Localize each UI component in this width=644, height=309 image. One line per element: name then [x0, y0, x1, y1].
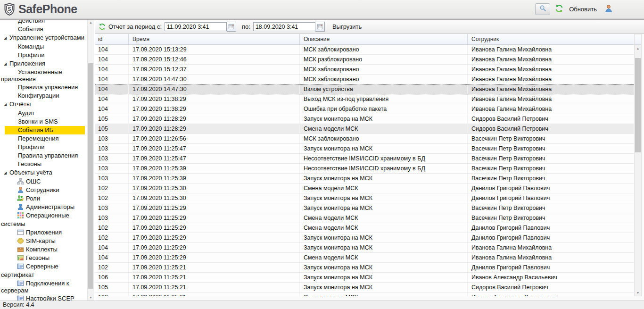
table-row[interactable]: 10217.09.2020 11:25:30Смена модели МСКДа… [95, 184, 634, 193]
sidebar-item-label: Подключения к серверам [1, 280, 69, 294]
table-row[interactable]: 10217.09.2020 11:25:30Запуск монитора на… [95, 193, 634, 203]
sidebar-item[interactable]: ОШС [0, 177, 86, 186]
column-header-description[interactable]: Описание [300, 34, 468, 44]
table-row[interactable]: 10317.09.2020 11:25:29Запуск монитора на… [95, 203, 634, 213]
refresh-report-icon[interactable] [99, 23, 106, 30]
sidebar-item[interactable]: Роли [0, 194, 86, 203]
sidebar-item[interactable]: Профили [0, 51, 86, 59]
table-row[interactable]: 10417.09.2020 14:47:30Взлом устройстваИв… [95, 84, 634, 94]
sidebar-item[interactable]: Серверные сертификат [0, 262, 86, 279]
sidebar-item[interactable]: Установленные приложения [0, 68, 86, 83]
cell-desc: Смена модели МСК [300, 223, 468, 233]
cell-emp: Иванова Галина Михайловна [468, 75, 634, 84]
cell-emp: Иванова Галина Михайловна [468, 253, 634, 262]
refresh-icon[interactable] [555, 4, 563, 15]
table-row[interactable]: 10317.09.2020 11:26:56МСК заблокированоВ… [95, 134, 634, 144]
sidebar-item[interactable]: Геозоны [0, 254, 86, 262]
certificate-icon [17, 295, 24, 301]
sidebar-item[interactable]: ◢Управление устройствами [0, 33, 86, 42]
sidebar-item[interactable]: Перемещения [0, 134, 86, 143]
table-row[interactable]: 10317.09.2020 11:25:39Несоответствие IMS… [95, 164, 634, 174]
cell-emp: Данилов Григорий Павлович [468, 223, 634, 233]
table-row[interactable]: 10617.09.2020 11:25:21Запуск монитора на… [95, 273, 634, 283]
cell-desc: Запуск монитора на МСК [300, 283, 468, 292]
scroll-down-icon[interactable]: ▼ [635, 290, 641, 296]
expand-triangle-icon[interactable]: ◢ [4, 169, 9, 177]
scroll-down-icon[interactable]: ▼ [88, 295, 94, 301]
sim-icon [17, 237, 24, 244]
sidebar-item[interactable]: Администраторы [0, 203, 86, 211]
table-row[interactable]: 10217.09.2020 11:25:29Запуск монитора на… [95, 233, 634, 243]
table-row[interactable]: 10417.09.2020 11:38:29Выход МСК из-под у… [95, 94, 634, 104]
column-header-employee[interactable]: Сотрудник [468, 34, 634, 44]
sidebar-item-label: Приложения [9, 60, 45, 67]
sidebar-item-selected[interactable]: События ИБ [5, 126, 85, 134]
refresh-button[interactable]: Обновить [569, 6, 597, 13]
expand-triangle-icon[interactable]: ◢ [4, 60, 9, 68]
table-row[interactable]: 10517.09.2020 11:28:29Запуск монитора на… [95, 114, 634, 124]
sidebar-item[interactable]: Профили [0, 143, 86, 151]
sidebar-scrollbar-thumb[interactable] [88, 63, 93, 289]
scroll-up-icon[interactable]: ▲ [88, 20, 94, 25]
table-row[interactable]: 10317.09.2020 11:25:47Запуск монитора на… [95, 144, 634, 154]
calendar-to-button[interactable] [315, 22, 325, 32]
sidebar-item[interactable]: Действия [0, 20, 86, 25]
sidebar-item[interactable]: Сотрудники [0, 186, 86, 194]
expand-triangle-icon[interactable]: ◢ [4, 100, 9, 109]
table-row[interactable]: 10517.09.2020 11:28:29Смена модели МСКСи… [95, 124, 634, 134]
cell-desc: Смена модели МСК [300, 184, 468, 193]
sidebar-item[interactable]: Приложения [0, 228, 86, 237]
sidebar-item-label: Перемещения [18, 135, 58, 142]
column-header-time[interactable]: Время [129, 34, 300, 44]
sidebar-item[interactable]: Правила управления [0, 83, 86, 92]
table-row[interactable]: 10217.09.2020 11:25:21Запуск монитора на… [95, 263, 634, 273]
sidebar-item[interactable]: Конфигурации [0, 92, 86, 100]
sidebar-item[interactable]: ◢Приложения [0, 59, 86, 68]
table-row[interactable]: 10317.09.2020 11:25:39Запуск монитора на… [95, 174, 634, 184]
sidebar-item[interactable]: SIM-карты [0, 237, 86, 245]
table-row[interactable]: 10417.09.2020 15:12:37МСК заблокированоИ… [95, 65, 634, 75]
user-profile-icon[interactable] [604, 4, 613, 15]
table-row[interactable]: 10417.09.2020 11:25:29Смена модели МСКИв… [95, 253, 634, 263]
version-label: Версия: 4.4 [3, 301, 34, 308]
date-from-input[interactable] [165, 22, 227, 31]
calendar-from-button[interactable] [227, 22, 236, 32]
table-row[interactable]: 10417.09.2020 14:47:30МСК заблокированоИ… [95, 75, 634, 84]
sidebar-item[interactable]: Подключения к серверам [0, 279, 86, 294]
sidebar-item[interactable]: ◢Объекты учёта [0, 168, 86, 177]
table-row[interactable]: 10317.09.2020 11:25:29Смена модели МСКВа… [95, 213, 634, 223]
column-header-id[interactable]: id [95, 34, 129, 44]
table-row[interactable]: 10217.09.2020 11:25:29Смена модели МСКДа… [95, 223, 634, 233]
table-row[interactable]: 10517.09.2020 11:25:21Запуск монитора на… [95, 283, 634, 292]
table-row[interactable]: 10317.09.2020 11:25:47Несоответствие IMS… [95, 154, 634, 164]
sidebar-item[interactable]: ◢Отчёты [0, 100, 86, 109]
sidebar-scrollbar[interactable]: ▲ ▼ [87, 20, 94, 301]
sidebar-item[interactable]: Геозоны [0, 160, 86, 168]
sidebar-item[interactable]: Команды [0, 42, 86, 51]
table-row[interactable]: 10417.09.2020 15:12:46МСК разблокировано… [95, 55, 634, 65]
cell-emp: Сидоров Василий Петрович [468, 114, 634, 124]
table-row[interactable]: 10317.09.2020 11:25:21Смена модели МСКИв… [95, 292, 634, 296]
export-button[interactable]: Выгрузить [332, 23, 362, 30]
sidebar-item[interactable]: Комплекты [0, 245, 86, 254]
sidebar-item[interactable]: Аудит [0, 109, 86, 117]
sidebar-item[interactable]: Правила управления [0, 151, 86, 160]
table-row[interactable]: 10417.09.2020 11:25:29Запуск монитора на… [95, 243, 634, 253]
expand-triangle-icon[interactable]: ◢ [4, 34, 9, 42]
cell-emp: Иванов Александр Васильевич [468, 273, 634, 282]
cell-time: 17.09.2020 11:25:29 [129, 253, 300, 262]
date-to-input[interactable] [253, 22, 315, 31]
sidebar-item[interactable]: Настройки SCEP [0, 294, 86, 301]
sidebar-item[interactable]: Звонки и SMS [0, 117, 86, 126]
search-button[interactable] [535, 3, 550, 15]
table-scrollbar-thumb[interactable] [635, 58, 641, 152]
sidebar-item[interactable]: События [0, 25, 86, 33]
table-scrollbar[interactable]: ▲ ▼ [634, 34, 642, 296]
cell-desc: Запуск монитора на МСК [300, 203, 468, 213]
table-row[interactable]: 10417.09.2020 11:38:29Ошибка при обработ… [95, 104, 634, 114]
sidebar-item[interactable]: Операционные системы [0, 211, 86, 228]
sidebar-item-label: Управление устройствами [9, 34, 84, 41]
scroll-up-icon[interactable]: ▲ [635, 46, 641, 51]
table-row[interactable]: 10417.09.2020 15:13:29МСК заблокированоИ… [95, 45, 634, 55]
cell-emp: Иванова Галина Михайловна [468, 55, 634, 64]
